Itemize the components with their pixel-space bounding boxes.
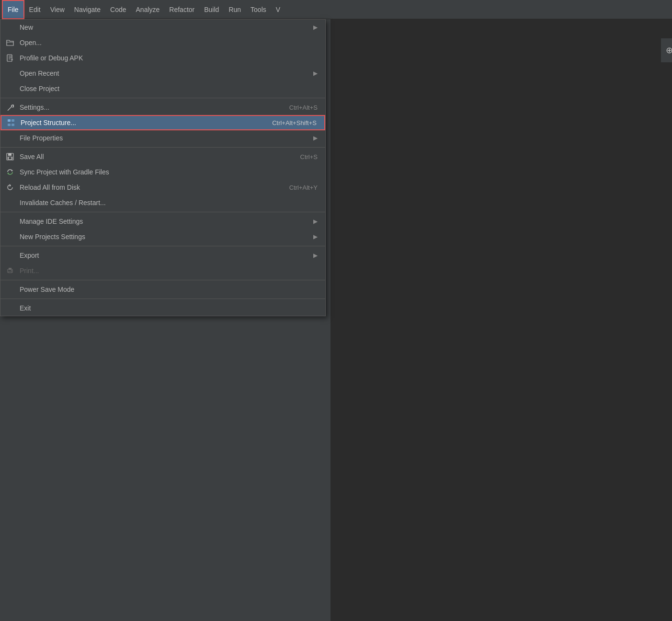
menu-item-print: Print... [0,263,325,278]
menu-item-new[interactable]: New ▶ [0,20,325,35]
svg-rect-8 [9,157,11,159]
separator-6 [0,299,325,299]
file-dropdown-menu: New ▶ Open... Profile or Debug APK Open … [0,19,326,316]
menubar-item-file[interactable]: File [2,0,24,19]
svg-rect-3 [8,124,11,126]
menubar-item-run[interactable]: Run [224,0,246,19]
sync-gradle-icon [5,167,15,177]
menubar-item-code[interactable]: Code [105,0,131,19]
reload-icon [5,183,15,192]
menubar-item-view[interactable]: View [46,0,69,19]
menu-item-sync-project[interactable]: Sync Project with Gradle Files [0,164,325,180]
menu-item-reload-disk[interactable]: Reload All from Disk Ctrl+Alt+Y [0,180,325,195]
menu-item-open-recent[interactable]: Open Recent ▶ [0,66,325,81]
menu-item-close-project[interactable]: Close Project [0,81,325,96]
menubar-item-refactor[interactable]: Refactor [164,0,199,19]
menu-item-export[interactable]: Export ▶ [0,248,325,263]
menubar-item-analyze[interactable]: Analyze [131,0,165,19]
svg-rect-0 [7,55,12,61]
svg-rect-2 [11,119,14,122]
open-folder-icon [5,38,15,47]
menu-item-file-properties[interactable]: File Properties ▶ [0,130,325,146]
svg-marker-11 [10,184,11,187]
menu-item-exit[interactable]: Exit [0,300,325,316]
menu-item-open[interactable]: Open... [0,35,325,50]
toolbar: ⊕ ⇌ ⚙ — [661,38,672,62]
project-structure-icon [6,118,16,127]
wrench-icon [5,103,15,112]
save-icon [5,152,15,161]
separator-5 [0,280,325,280]
svg-rect-13 [9,268,11,270]
submenu-arrow-new: ▶ [313,24,318,31]
svg-rect-1 [8,119,11,122]
print-icon [5,266,15,276]
menubar-item-navigate[interactable]: Navigate [69,0,105,19]
svg-marker-10 [7,172,9,174]
menubar-item-vcs[interactable]: V [271,0,285,19]
menu-item-settings[interactable]: Settings... Ctrl+Alt+S [0,100,325,115]
svg-rect-14 [9,271,11,273]
menubar-item-build[interactable]: Build [199,0,224,19]
menubar-item-tools[interactable]: Tools [246,0,271,19]
apk-icon [5,53,15,63]
svg-rect-4 [11,124,14,126]
separator-1 [0,98,325,98]
crosshair-icon: ⊕ [666,45,672,56]
submenu-arrow-open-recent: ▶ [313,70,318,77]
submenu-arrow-file-properties: ▶ [313,135,318,141]
menu-item-profile-debug[interactable]: Profile or Debug APK [0,50,325,66]
menu-item-project-structure[interactable]: Project Structure... Ctrl+Alt+Shift+S [0,115,325,130]
menu-item-manage-ide[interactable]: Manage IDE Settings ▶ [0,214,325,229]
submenu-arrow-export: ▶ [313,252,318,259]
crosshair-button[interactable]: ⊕ [666,43,672,58]
menu-item-power-save-mode[interactable]: Power Save Mode [0,282,325,297]
svg-rect-6 [8,153,11,156]
separator-3 [0,212,325,212]
separator-2 [0,147,325,148]
menubar-item-edit[interactable]: Edit [24,0,46,19]
submenu-arrow-new-projects: ▶ [313,233,318,240]
svg-point-15 [11,270,12,271]
right-panel: ⊕ ⇌ ⚙ — [330,19,672,621]
svg-marker-9 [11,170,13,172]
menu-item-new-projects[interactable]: New Projects Settings ▶ [0,229,325,244]
separator-4 [0,246,325,246]
menu-item-invalidate-caches[interactable]: Invalidate Caches / Restart... [0,195,325,210]
menubar: File Edit View Navigate Code Analyze Ref… [0,0,672,19]
submenu-arrow-manage-ide: ▶ [313,218,318,225]
menu-item-save-all[interactable]: Save All Ctrl+S [0,149,325,164]
